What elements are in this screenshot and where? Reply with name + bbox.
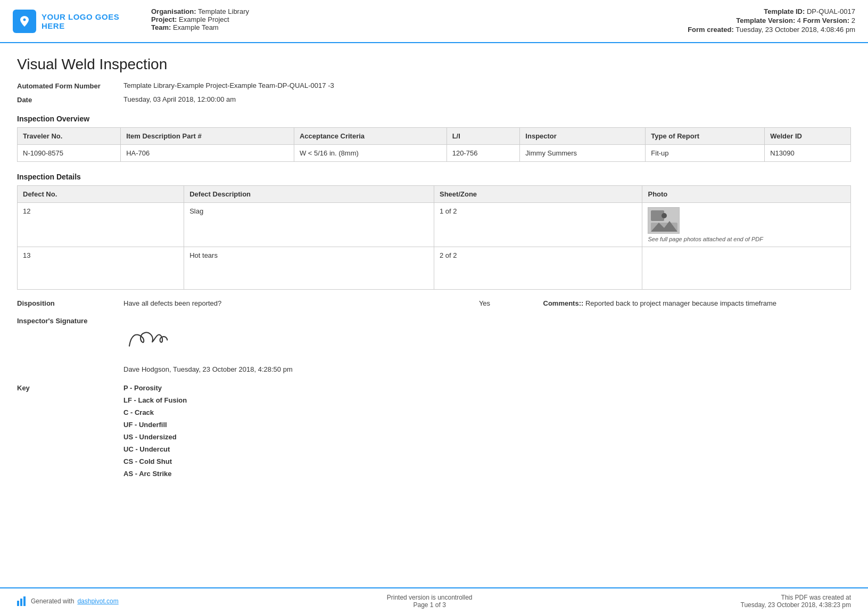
traveler-no-cell: N-1090-8575	[18, 145, 121, 162]
footer-logo-icon	[17, 596, 28, 606]
svg-rect-5	[17, 601, 19, 606]
signature-svg	[122, 319, 194, 357]
signature-area: Dave Hodgson, Tuesday, 23 October 2018, …	[123, 317, 293, 373]
footer-center: Printed version is uncontrolled Page 1 o…	[387, 594, 473, 609]
logo-section: YOUR LOGO GOES HERE	[13, 7, 130, 35]
date-field: Date Tuesday, 03 April 2018, 12:00:00 am	[17, 95, 851, 104]
template-version-line: Template Version: 4 Form Version: 2	[688, 17, 855, 24]
template-id-line: Template ID: DP-QUAL-0017	[688, 7, 855, 15]
footer-generated-text: Generated with	[31, 597, 74, 605]
signature-image	[122, 314, 195, 364]
logo-text: YOUR LOGO GOES HERE	[42, 12, 130, 30]
acceptance-criteria-cell: W < 5/16 in. (8mm)	[294, 145, 447, 162]
defect-description-cell: Hot tears	[184, 247, 434, 290]
key-item: LF - Lack of Fusion	[123, 396, 187, 404]
inspection-overview-table: Traveler No. Item Description Part # Acc…	[17, 127, 851, 162]
comments-value: Reported back to project manager because…	[585, 299, 776, 307]
date-label: Date	[17, 95, 123, 104]
form-created-line: Form created: Tuesday, 23 October 2018, …	[688, 26, 855, 34]
key-item: P - Porosity	[123, 384, 187, 392]
welder-id-cell: N13090	[765, 145, 851, 162]
page-footer: Generated with dashpivot.com Printed ver…	[0, 587, 868, 614]
header-template-info: Template ID: DP-QUAL-0017 Template Versi…	[688, 7, 855, 35]
key-item: UF - Underfill	[123, 421, 187, 429]
team-label: Team:	[151, 23, 171, 31]
team-value: Example Team	[173, 23, 219, 31]
page-header: YOUR LOGO GOES HERE Organisation: Templa…	[0, 0, 868, 43]
table-row: 12 Slag 1 of 2 See full page photos att	[18, 203, 851, 247]
photo-cell: See full page photos attached at end of …	[648, 207, 845, 242]
project-label: Project:	[151, 15, 177, 23]
project-line: Project: Example Project	[151, 15, 666, 23]
key-item: AS - Arc Strike	[123, 470, 187, 478]
project-value: Example Project	[179, 15, 229, 23]
photo-caption: See full page photos attached at end of …	[648, 236, 763, 242]
org-line: Organisation: Template Library	[151, 7, 666, 15]
key-item: CS - Cold Shut	[123, 457, 187, 465]
disposition-question: Have all defects been reported?	[123, 299, 432, 307]
col-li: L/I	[447, 128, 520, 145]
defect-no-cell: 12	[18, 203, 184, 247]
form-number-field: Automated Form Number Template Library-E…	[17, 81, 851, 90]
disposition-comments: Comments:: Reported back to project mana…	[538, 299, 852, 307]
svg-point-3	[662, 213, 667, 218]
col-type-of-report: Type of Report	[646, 128, 765, 145]
defect-description-cell: Slag	[184, 203, 434, 247]
form-created-label: Form created:	[688, 26, 734, 34]
form-number-label: Automated Form Number	[17, 81, 123, 90]
disposition-answer: Yes	[432, 299, 538, 307]
key-item: UC - Undercut	[123, 445, 187, 453]
key-item: US - Undersized	[123, 433, 187, 441]
table-row: 13 Hot tears 2 of 2	[18, 247, 851, 290]
inspector-cell: Jimmy Summers	[520, 145, 646, 162]
date-value: Tuesday, 03 April 2018, 12:00:00 am	[123, 95, 236, 103]
key-item: C - Crack	[123, 408, 187, 416]
key-items-list: P - PorosityLF - Lack of FusionC - Crack…	[123, 384, 187, 478]
col-defect-no: Defect No.	[18, 186, 184, 203]
photo-thumbnail	[648, 207, 680, 234]
type-of-report-cell: Fit-up	[646, 145, 765, 162]
comments-label: Comments::	[543, 299, 584, 307]
form-version-label: Form Version:	[803, 17, 849, 24]
table-header-row: Traveler No. Item Description Part # Acc…	[18, 128, 851, 145]
template-id-label: Template ID:	[764, 7, 805, 15]
svg-rect-7	[23, 596, 26, 606]
item-description-cell: HA-706	[121, 145, 294, 162]
photo-td	[642, 247, 851, 290]
inspection-overview-title: Inspection Overview	[17, 114, 851, 123]
team-line: Team: Example Team	[151, 23, 666, 31]
sheet-zone-cell: 2 of 2	[434, 247, 642, 290]
col-item-description: Item Description Part #	[121, 128, 294, 145]
col-traveler-no: Traveler No.	[18, 128, 121, 145]
footer-center-line1: Printed version is uncontrolled	[387, 594, 473, 601]
col-sheet-zone: Sheet/Zone	[434, 186, 642, 203]
template-version-value: 4	[797, 17, 801, 24]
logo-icon	[13, 10, 36, 33]
key-row: Key P - PorosityLF - Lack of FusionC - C…	[17, 384, 851, 478]
signature-label: Inspector's Signature	[17, 317, 123, 325]
col-acceptance-criteria: Acceptance Criteria	[294, 128, 447, 145]
footer-right-line2: Tuesday, 23 October 2018, 4:38:23 pm	[741, 601, 851, 609]
form-number-value: Template Library-Example Project-Example…	[123, 81, 334, 89]
template-id-value: DP-QUAL-0017	[807, 7, 855, 15]
inspection-details-title: Inspection Details	[17, 173, 851, 181]
svg-rect-6	[20, 599, 22, 606]
col-defect-description: Defect Description	[184, 186, 434, 203]
defect-no-cell: 13	[18, 247, 184, 290]
footer-link[interactable]: dashpivot.com	[77, 597, 118, 605]
col-photo: Photo	[642, 186, 851, 203]
signature-signer-name: Dave Hodgson, Tuesday, 23 October 2018, …	[123, 365, 293, 373]
footer-right: This PDF was created at Tuesday, 23 Octo…	[741, 594, 851, 609]
inspection-details-table: Defect No. Defect Description Sheet/Zone…	[17, 185, 851, 290]
disposition-label: Disposition	[17, 299, 123, 307]
key-label: Key	[17, 384, 123, 392]
footer-right-line1: This PDF was created at	[741, 594, 851, 601]
form-version-value: 2	[852, 17, 855, 24]
footer-left: Generated with dashpivot.com	[17, 596, 119, 606]
org-label: Organisation:	[151, 7, 196, 15]
form-created-value: Tuesday, 23 October 2018, 4:08:46 pm	[735, 26, 855, 34]
org-value: Template Library	[198, 7, 249, 15]
signature-row: Inspector's Signature Dave Hodgson, Tues…	[17, 317, 851, 373]
disposition-row: Disposition Have all defects been report…	[17, 299, 851, 307]
photo-td: See full page photos attached at end of …	[642, 203, 851, 247]
